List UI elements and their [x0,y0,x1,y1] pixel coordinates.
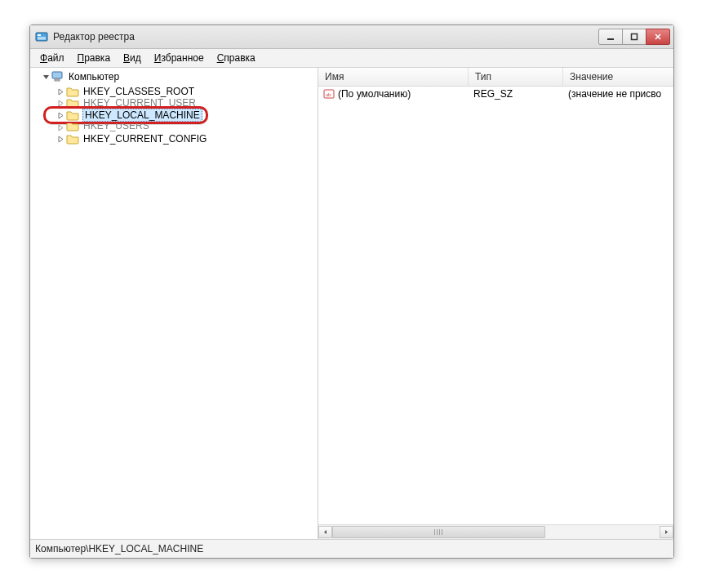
menubar: Файл Правка Вид Избранное Справка [30,49,673,68]
registry-tree: Компьютер HKEY_CLASSES_ROOT [30,69,318,146]
chevron-down-icon[interactable] [42,73,50,81]
svg-rect-5 [632,34,638,40]
window-controls [598,29,670,45]
menu-file[interactable]: Файл [35,51,69,65]
regedit-window: Редактор реестра Файл Правка Вид Избранн… [29,24,674,559]
chevron-right-icon[interactable] [56,135,64,143]
scroll-thumb[interactable] [332,526,545,538]
tree-node-label: HKEY_LOCAL_MACHINE [82,109,202,122]
scroll-track[interactable] [332,526,660,538]
scroll-right-button[interactable] [660,526,673,538]
tree-node-hklm[interactable]: HKEY_LOCAL_MACHINE [30,108,318,122]
values-pane: Имя Тип Значение ab (По умолчанию) [318,68,673,539]
chevron-right-icon[interactable] [56,123,64,131]
minimize-icon [606,33,615,41]
svg-line-6 [655,34,660,39]
tree-node-label: HKEY_CURRENT_CONFIG [82,133,207,145]
maximize-button[interactable] [622,29,646,45]
tree-node-label: HKEY_CURRENT_USER [82,99,197,107]
col-header-name[interactable]: Имя [318,68,469,86]
statusbar-path: Компьютер\HKEY_LOCAL_MACHINE [35,543,203,555]
tree-node-label: Компьютер [68,71,120,82]
svg-rect-1 [38,34,41,36]
menu-view[interactable]: Вид [118,51,146,65]
values-header: Имя Тип Значение [318,68,673,87]
menu-edit[interactable]: Правка [73,51,116,65]
string-value-icon: ab [323,88,335,100]
folder-icon [66,109,79,121]
svg-rect-3 [38,38,46,40]
horizontal-scrollbar[interactable] [318,524,673,539]
window-title: Редактор реестра [53,31,598,42]
minimize-button[interactable] [598,29,623,45]
tree-node-computer[interactable]: Компьютер [30,69,318,84]
values-list[interactable]: ab (По умолчанию) REG_SZ (значение не пр… [318,87,673,524]
close-button[interactable] [646,29,670,45]
tree-node-hku[interactable]: HKEY_USERS [30,123,318,131]
highlight-hklm: HKEY_LOCAL_MACHINE [30,108,318,122]
chevron-right-icon[interactable] [56,99,64,107]
chevron-right-icon[interactable] [56,87,64,96]
tree-node-hkcr[interactable]: HKEY_CLASSES_ROOT [30,84,318,99]
maximize-icon [630,33,638,41]
menu-help[interactable]: Справка [212,51,260,65]
folder-icon [66,133,79,145]
tree-node-label: HKEY_CLASSES_ROOT [82,86,195,97]
svg-rect-8 [52,72,62,78]
value-type: REG_SZ [469,88,563,100]
value-row[interactable]: ab (По умолчанию) REG_SZ (значение не пр… [318,87,673,101]
value-data: (значение не присво [563,88,673,100]
col-header-type[interactable]: Тип [469,68,563,86]
tree-pane[interactable]: Компьютер HKEY_CLASSES_ROOT [30,68,318,539]
statusbar: Компьютер\HKEY_LOCAL_MACHINE [30,539,673,558]
chevron-left-icon [322,529,328,535]
folder-icon [66,123,79,131]
folder-icon [66,86,79,97]
close-icon [654,33,662,41]
col-header-value[interactable]: Значение [563,68,673,86]
svg-rect-9 [55,79,60,81]
chevron-right-icon[interactable] [56,111,64,119]
titlebar[interactable]: Редактор реестра [30,25,673,49]
svg-rect-4 [607,38,614,40]
menu-favorites[interactable]: Избранное [149,51,209,65]
scroll-left-button[interactable] [318,526,332,538]
computer-icon [51,71,64,82]
folder-icon [66,99,79,107]
regedit-app-icon [35,30,48,43]
svg-line-7 [655,34,660,39]
value-name: (По умолчанию) [338,88,411,100]
svg-text:ab: ab [326,91,331,98]
tree-node-hkcc[interactable]: HKEY_CURRENT_CONFIG [30,131,318,146]
chevron-right-icon [664,529,669,535]
svg-rect-2 [38,37,46,38]
tree-node-label: HKEY_USERS [82,123,150,131]
tree-node-hkcu[interactable]: HKEY_CURRENT_USER [30,99,318,107]
content-area: Компьютер HKEY_CLASSES_ROOT [30,68,673,539]
